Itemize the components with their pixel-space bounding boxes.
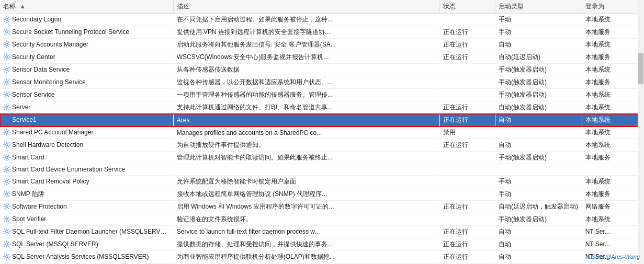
table-row[interactable]: Secondary Logon在不同凭据下启用启动过程。如果此服务被停止，这种.… [0, 14, 644, 26]
svg-point-3 [6, 56, 8, 58]
svg-point-15 [6, 205, 8, 208]
scrollbar[interactable] [638, 0, 644, 264]
table-row[interactable]: Shell Hardware Detection为自动播放硬件事件提供通知。正在… [0, 139, 644, 152]
cell-status: 正在运行 [439, 225, 495, 238]
cell-login: 本地系统 [582, 39, 643, 51]
table-body: Secondary Logon在不同凭据下启用启动过程。如果此服务被停止，这种.… [0, 14, 644, 265]
cell-desc: 提供使用 VPN 连接到远程计算机的安全套接字隧道协... [173, 26, 439, 39]
cell-name: Sensor Service [0, 89, 173, 101]
table-row[interactable]: Smart Card Device Enumeration Service为给定… [0, 164, 644, 176]
cell-startup: 自动 [495, 225, 582, 238]
cell-startup: 手动 [495, 26, 582, 39]
cell-desc: 提供数据的存储、处理和受控访问，并提供快速的事务... [173, 238, 439, 250]
table-row[interactable]: Secure Socket Tunneling Protocol Service… [0, 26, 644, 39]
service-icon [3, 104, 10, 111]
table-row[interactable]: Spot Verifier验证潜在的文件系统损坏。手动(触发器启动)本地系统 [0, 213, 644, 225]
cell-desc: 为给定会话可访问的所有智能卡读卡器创建软件设备节点。如果已禁用此服务，则 Win… [173, 164, 439, 176]
cell-status [439, 213, 495, 225]
svg-point-6 [6, 94, 8, 96]
cell-name: Spot Verifier [0, 213, 173, 225]
cell-desc: 为商业智能应用程序提供联机分析处理(OLAP)和数据挖... [173, 250, 439, 263]
cell-startup: 手动(触发器启动) [495, 76, 582, 89]
svg-point-18 [6, 243, 8, 245]
table-row[interactable]: Service1Ares正在运行自动本地系统 [0, 114, 644, 127]
table-row[interactable]: Smart Card管理此计算机对智能卡的取读访问。如果此服务被终止...手动(… [0, 152, 644, 164]
cell-name: Smart Card Removal Policy [0, 175, 173, 188]
cell-desc: Ares [173, 114, 439, 127]
svg-point-12 [6, 168, 8, 170]
svg-point-7 [6, 106, 8, 108]
scroll-thumb[interactable] [638, 53, 643, 84]
cell-name: Secure Socket Tunneling Protocol Service [0, 26, 173, 39]
table-row[interactable]: SQL Server (MSSQLSERVER)提供数据的存储、处理和受控访问，… [0, 238, 644, 250]
col-header-login[interactable]: 登录为 [582, 0, 643, 14]
service-icon [3, 116, 10, 123]
table-row[interactable]: Sensor Data Service从各种传感器传送数据手动(触发器启动)本地… [0, 64, 644, 76]
cell-desc: 在不同凭据下启用启动过程。如果此服务被停止，这种... [173, 14, 439, 26]
svg-point-10 [6, 144, 8, 146]
table-row[interactable]: Sensor Service一项用于管理各种传感器的功能的传感器服务。管理传..… [0, 89, 644, 101]
svg-point-17 [6, 231, 8, 233]
cell-desc: 为自动播放硬件事件提供通知。 [173, 139, 439, 152]
svg-point-4 [6, 68, 8, 71]
cell-status: 正在运行 [439, 26, 495, 39]
cell-status: 正在运行 [439, 101, 495, 114]
cell-login: 本地系统 [582, 89, 643, 101]
cell-desc: Manages profiles and accounts on a Share… [173, 127, 439, 139]
cell-desc: 监视各种传感器，以公开数据和适应系统和用户状态。... [173, 76, 439, 89]
table-row[interactable]: SQL Full-text Filter Daemon Launcher (MS… [0, 225, 644, 238]
cell-name: SNMP 陷阱 [0, 188, 173, 200]
table-row[interactable]: Software Protection启用 Windows 和 Windows … [0, 200, 644, 213]
cell-name: Security Accounts Manager [0, 39, 173, 51]
cell-desc: 启动此服务将向其他服务发出信号: 安全 帐户管理器(SA... [173, 39, 439, 51]
cell-status [439, 152, 495, 164]
col-header-desc[interactable]: 描述 [173, 0, 439, 14]
cell-status [439, 89, 495, 101]
col-header-startup[interactable]: 启动类型 [495, 0, 582, 14]
table-row[interactable]: SNMP 陷阱接收本地或远程简单网络管理协议 (SNMP) 代理程序...手动本… [0, 188, 644, 200]
table-row[interactable]: SQL Server Analysis Services (MSSQLSERVE… [0, 250, 644, 263]
cell-login: 本地服务 [582, 188, 643, 200]
service-icon [3, 253, 10, 260]
cell-desc: 管理此计算机对智能卡的取读访问。如果此服务被终止... [173, 152, 439, 164]
svg-point-5 [6, 81, 8, 83]
service-icon [3, 129, 10, 136]
cell-name: Smart Card [0, 152, 173, 164]
svg-point-1 [6, 31, 8, 33]
table-row[interactable]: Security Accounts Manager启动此服务将向其他服务发出信号… [0, 39, 644, 51]
cell-desc: Service to launch full-text filter daemo… [173, 225, 439, 238]
cell-status [439, 175, 495, 188]
cell-startup [495, 127, 582, 139]
service-icon [3, 178, 10, 185]
cell-status: 正在运行 [439, 238, 495, 250]
table-row[interactable]: Shared PC Account ManagerManages profile… [0, 127, 644, 139]
table-row[interactable]: Smart Card Removal Policy允许系统配置为移除智能卡时锁定… [0, 175, 644, 188]
cell-startup: 手动(触发器启动) [495, 64, 582, 76]
cell-desc: 启用 Windows 和 Windows 应用程序的数字许可可证的... [173, 200, 439, 213]
svg-point-16 [6, 218, 8, 220]
service-icon [3, 154, 10, 161]
cell-login: 本地系统 [582, 64, 643, 76]
col-header-status[interactable]: 状态 [439, 0, 495, 14]
service-icon [3, 78, 10, 86]
table-header: 名称 ▲ 描述 状态 启动类型 登录为 [0, 0, 644, 14]
service-icon [3, 66, 10, 73]
cell-status [439, 164, 495, 176]
svg-point-11 [6, 156, 8, 158]
table-row[interactable]: Server支持此计算机通过网络的文件、打印、和命名管道共享...正在运行自动(… [0, 101, 644, 114]
service-icon [3, 91, 10, 98]
table-row[interactable]: Security CenterWSCSVC(Windows 安全中心)服务监视并… [0, 51, 644, 64]
cell-login: 本地服务 [582, 51, 643, 64]
service-icon [3, 166, 10, 173]
cell-name: Shell Hardware Detection [0, 139, 173, 152]
cell-startup: 手动 [495, 175, 582, 188]
cell-name: Software Protection [0, 200, 173, 213]
cell-desc: 支持此计算机通过网络的文件、打印、和命名管道共享... [173, 101, 439, 114]
service-icon [3, 28, 10, 36]
table-row[interactable]: Sensor Monitoring Service监视各种传感器，以公开数据和适… [0, 76, 644, 89]
cell-startup: 自动 [495, 114, 582, 127]
col-header-name[interactable]: 名称 ▲ [0, 0, 173, 14]
cell-login: NT Ser... [582, 238, 643, 250]
svg-point-0 [6, 18, 8, 20]
cell-status [439, 64, 495, 76]
